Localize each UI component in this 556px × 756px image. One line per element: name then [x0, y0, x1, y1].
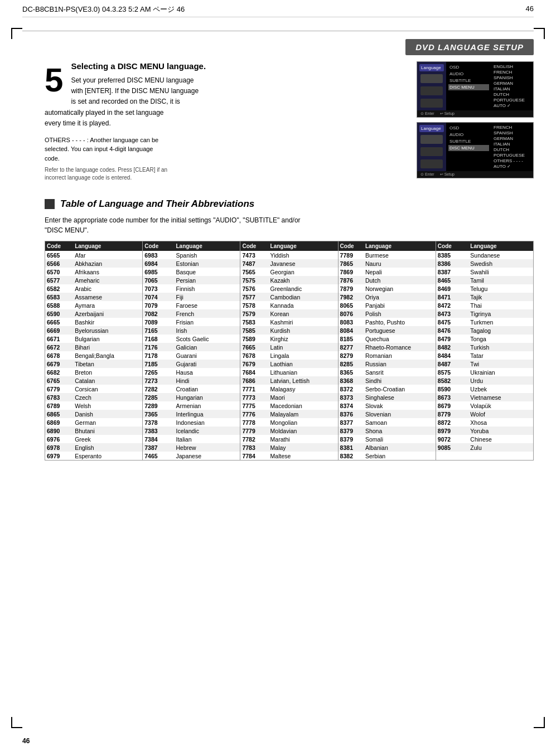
table-row: 7165Irish — [143, 326, 240, 335]
lang-code: 8779 — [436, 410, 469, 418]
lang-name: Greenlandic — [269, 284, 338, 293]
lang-code: 7876 — [339, 276, 364, 284]
table-section: Table of Language and Their Abbreviation… — [45, 198, 534, 461]
table-row: 6577Ameharic — [45, 276, 142, 284]
lang-code: 8084 — [339, 326, 364, 335]
col1-header-code: Code — [45, 241, 73, 251]
lang-code: 8377 — [339, 418, 364, 427]
lang-code: 7589 — [240, 335, 268, 343]
lang-code: 6665 — [45, 318, 73, 326]
lang-code: 6984 — [143, 259, 174, 268]
sidebar-language-2: Language — [419, 125, 444, 132]
lang-name: Rhaeto-Romance — [364, 343, 436, 351]
lang-code: 8374 — [339, 401, 364, 410]
table-row: 8065Panjabi — [339, 301, 436, 309]
lang-code: 8368 — [339, 376, 364, 385]
title-box: DVD LANGUAGE SETUP — [405, 39, 534, 55]
lang-code: 8484 — [436, 351, 469, 360]
lang-code: 8582 — [436, 376, 469, 385]
table-row: 7876Dutch — [339, 276, 436, 284]
table-row: 8387Swahili — [436, 268, 533, 276]
table-row: 6671Bulgarian — [45, 335, 142, 343]
menu-content-2: Language OSD AUDIO SUBTITLE DISC MENU FR… — [417, 123, 533, 171]
table-row: 7073Finnish — [143, 284, 240, 293]
table-row: 6682Breton — [45, 368, 142, 376]
lang-code: 6979 — [45, 452, 73, 460]
lang-code: 8065 — [339, 301, 364, 309]
table-row: 7686Latvian, Lettish — [240, 376, 337, 385]
lang-name: Marathi — [269, 435, 338, 443]
table-row: 7384Italian — [143, 435, 240, 443]
menu-item-audio: AUDIO — [448, 71, 489, 77]
lang-name: Hebrew — [174, 443, 240, 452]
table-row: 7265Hausa — [143, 368, 240, 376]
table-row: 8382Serbian — [339, 452, 436, 460]
lang-name: Portuguese — [364, 326, 436, 335]
lang-code: 7686 — [240, 376, 268, 385]
lang-code: 7065 — [143, 276, 174, 284]
sidebar-others-icon-2 — [420, 159, 443, 168]
menu-item-subtitle: SUBTITLE — [448, 77, 489, 84]
lang-name: Persian — [174, 276, 240, 284]
table-row: 7778Mongolian — [240, 418, 337, 427]
lang-name: Bhutani — [73, 427, 142, 435]
opt2-portuguese: PORTUGUESE — [494, 153, 531, 158]
table-row: 6679Tibetan — [45, 360, 142, 368]
lang-name: Danish — [73, 410, 142, 418]
table-row: 6983Spanish — [143, 251, 240, 259]
lang-code: 8386 — [436, 259, 469, 268]
lang-name: Panjabi — [364, 301, 436, 309]
footer-setup-1: ↩ Setup — [440, 112, 455, 116]
lang-name: Armenian — [174, 401, 240, 410]
lang-name: Laothian — [269, 360, 338, 368]
lang-code: 7079 — [143, 301, 174, 309]
lang-code: 7365 — [143, 410, 174, 418]
lang-code: 6789 — [45, 401, 73, 410]
table-row: 7365Interlingua — [143, 410, 240, 418]
lang-code: 7782 — [240, 435, 268, 443]
lang-code: 7383 — [143, 427, 174, 435]
opt-french: FRENCH — [494, 70, 531, 75]
header-line — [22, 31, 534, 31]
lang-name: Swedish — [468, 259, 533, 268]
lang-code: 8372 — [339, 385, 364, 393]
lang-code: 7089 — [143, 318, 174, 326]
lang-code: 7579 — [240, 309, 268, 318]
opt2-spanish: SPANISH — [494, 130, 531, 135]
table-row: 7585Kurdish — [240, 326, 337, 335]
opt-auto-1: AUTO ✓ — [494, 103, 531, 108]
opt-german: GERMAN — [494, 81, 531, 86]
lang-name: Malay — [269, 443, 338, 452]
menu-screenshots: Language OSD AUDIO SUBTITLE DISC MENU EN… — [417, 61, 534, 182]
table-row: 7089Frisian — [143, 318, 240, 326]
table-row: 7583Kashmiri — [240, 318, 337, 326]
lang-code: 6983 — [143, 251, 174, 259]
lang-code: 7473 — [240, 251, 268, 259]
lang-code: 7865 — [339, 259, 364, 268]
menu-options-1: ENGLISH FRENCH SPANISH GERMAN ITALIAN DU… — [491, 62, 533, 110]
lang-name: Bihari — [73, 343, 142, 351]
lang-name: Telugu — [468, 284, 533, 293]
sidebar-language: Language — [419, 64, 444, 71]
table-row: 7074Fiji — [143, 293, 240, 301]
lang-name: Singhalese — [364, 393, 436, 401]
lang-name: Bashkir — [73, 318, 142, 326]
lang-name: Greek — [73, 435, 142, 443]
lang-code: 8279 — [339, 351, 364, 360]
opt2-italian: ITALIAN — [494, 142, 531, 147]
table-section-box — [45, 199, 55, 209]
table-row: 8487Twi — [436, 360, 533, 368]
lang-name: Uzbek — [468, 385, 533, 393]
lang-name: Javanese — [269, 259, 338, 268]
footer-setup-2: ↩ Setup — [440, 172, 455, 177]
table-row: 6672Bihari — [45, 343, 142, 351]
table-row: 8779Wolof — [436, 410, 533, 418]
lang-name: Thai — [468, 301, 533, 309]
lang-name: Tigrinya — [468, 309, 533, 318]
menu-item-osd-2: OSD — [448, 125, 489, 131]
table-row: 8479Tonga — [436, 335, 533, 343]
table-row: 6976Greek — [45, 435, 142, 443]
menu-content-1: Language OSD AUDIO SUBTITLE DISC MENU EN… — [417, 62, 533, 110]
lang-name: Zulu — [468, 443, 533, 452]
table-row: 7079Faroese — [143, 301, 240, 309]
